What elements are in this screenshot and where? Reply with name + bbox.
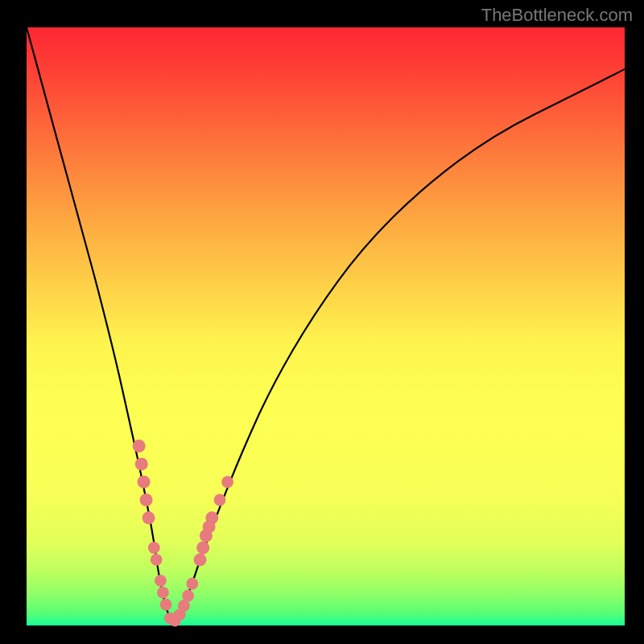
marker-point: [214, 494, 226, 506]
marker-point: [148, 542, 160, 554]
marker-point: [186, 578, 198, 590]
marker-point: [205, 511, 218, 524]
marker-point: [133, 440, 146, 452]
marker-point: [221, 476, 233, 488]
marker-point: [142, 511, 155, 524]
marker-point: [182, 590, 194, 602]
watermark-text: TheBottleneck.com: [481, 5, 633, 26]
marker-point: [138, 476, 151, 489]
chart-svg: [27, 27, 625, 625]
marker-point: [140, 493, 153, 506]
marker-point: [194, 553, 207, 566]
marker-point: [157, 587, 169, 599]
marker-group: [133, 440, 233, 626]
marker-point: [151, 554, 163, 566]
marker-point: [135, 457, 148, 470]
chart-frame: TheBottleneck.com: [0, 0, 644, 644]
marker-point: [196, 541, 209, 554]
marker-point: [160, 599, 172, 611]
marker-point: [155, 575, 167, 587]
plot-area: [27, 27, 625, 625]
bottleneck-curve: [27, 27, 625, 620]
marker-point: [178, 600, 190, 612]
